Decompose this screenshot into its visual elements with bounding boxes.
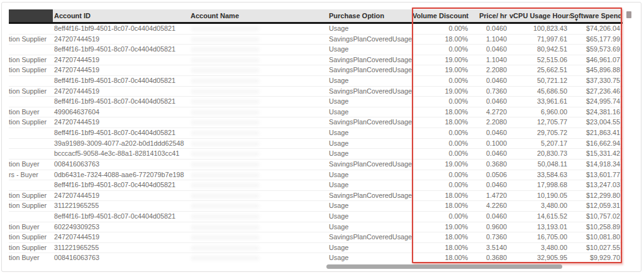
table-row[interactable]: 8eff4f16-1bf9-4501-8c07-0c4404d05821Usag…	[9, 24, 623, 35]
cell-seller: rs - Buyer	[9, 170, 53, 180]
cell-volume_discount: 19.00%	[413, 222, 470, 232]
cell-account_name	[189, 55, 328, 65]
table-row[interactable]: tion Supplier311221965255Usage18.00%4.22…	[9, 201, 623, 212]
table-row[interactable]: tion Supplier247207444519SavingsPlanCove…	[9, 87, 623, 97]
cell-vcpu_usage_hours: 13,193.01	[509, 222, 570, 232]
cell-price_hr: 0.1000	[470, 139, 509, 149]
cell-price_hr: 3.5140	[470, 243, 509, 253]
cell-account_id: 247207444519	[53, 117, 189, 128]
redacted-account-name	[191, 89, 260, 94]
cell-volume_discount: 18.00%	[413, 243, 470, 253]
cell-vcpu_usage_hours: 12,705.77	[509, 117, 570, 128]
cell-software_spend: $9,929.70	[570, 253, 623, 264]
cell-price_hr: 1.4720	[470, 191, 509, 201]
table-row[interactable]: 8eff4f16-1bf9-4501-8c07-0c4404d05821Usag…	[9, 128, 623, 139]
table-row[interactable]: tion Supplier247207444519SavingsPlanCove…	[9, 35, 623, 45]
cell-purchase_option: SavingsPlanCoveredUsage	[328, 117, 413, 128]
table-row[interactable]: 39a91989-3009-4077-a202-b0d1ddd62548Usag…	[9, 139, 623, 149]
cell-software_spend: $13,601.77	[570, 170, 623, 180]
cell-account_name	[189, 45, 328, 55]
redacted-account-name	[191, 193, 260, 198]
cell-seller	[9, 149, 53, 159]
column-header-software_spend[interactable]: Software Spend▼	[570, 9, 623, 22]
table-row[interactable]: tion Buyer499064637604Usage18.00%4.27206…	[9, 107, 623, 118]
column-header-purchase_option[interactable]: Purchase Option	[328, 9, 413, 22]
cell-vcpu_usage_hours: 50,721.12	[509, 76, 570, 86]
horizontal-scrollbar-thumb[interactable]	[326, 264, 562, 269]
cell-purchase_option: SavingsPlanCoveredUsage	[328, 35, 413, 45]
cell-purchase_option: Usage	[328, 107, 413, 117]
cell-seller: tion Supplier	[9, 201, 53, 211]
cell-vcpu_usage_hours: 50,048.11	[509, 160, 570, 170]
cell-vcpu_usage_hours: 3,480.00	[509, 243, 570, 253]
cell-volume_discount: 19.00%	[413, 160, 470, 170]
table-row[interactable]: tion Buyer008416063763Usage18.00%0.36803…	[9, 253, 623, 264]
cell-account_id: 8eff4f16-1bf9-4501-8c07-0c4404d05821	[53, 180, 189, 190]
cell-volume_discount: 19.00%	[413, 55, 470, 65]
column-header-account_name[interactable]: Account Name	[189, 9, 328, 22]
table-row[interactable]: 8eff4f16-1bf9-4501-8c07-0c4404d05821Usag…	[9, 97, 623, 107]
cell-price_hr: 2.2080	[470, 65, 509, 75]
table-row[interactable]: tion Buyer008416063763SavingsPlanCovered…	[9, 160, 623, 170]
redacted-account-name	[191, 141, 260, 146]
table-row[interactable]: 8eff4f16-1bf9-4501-8c07-0c4404d05821Usag…	[9, 45, 623, 55]
cell-purchase_option: Usage	[328, 149, 413, 159]
vertical-scrollbar-thumb[interactable]	[626, 11, 631, 18]
table-row[interactable]: 8eff4f16-1bf9-4501-8c07-0c4404d05821Usag…	[9, 212, 623, 222]
cell-account_name	[189, 87, 328, 97]
cell-seller: tion Buyer	[9, 160, 53, 170]
cell-account_name	[189, 232, 328, 242]
table-row[interactable]: tion Supplier247207444519SavingsPlanCove…	[9, 55, 623, 66]
column-header-price_hr[interactable]: Price/ hr	[470, 9, 509, 22]
cell-account_id: 247207444519	[53, 191, 189, 201]
redacted-account-name	[191, 79, 260, 84]
cell-seller	[9, 24, 53, 34]
cell-price_hr: 0.3680	[470, 253, 509, 264]
cell-price_hr: 0.7360	[470, 232, 509, 242]
cell-volume_discount: 18.00%	[413, 107, 470, 117]
table-row[interactable]: tion Supplier247207444519SavingsPlanCove…	[9, 65, 623, 76]
cell-purchase_option: Usage	[328, 222, 413, 232]
table-row[interactable]: 8eff4f16-1bf9-4501-8c07-0c4404d05821Usag…	[9, 76, 623, 87]
cell-account_name	[189, 201, 328, 211]
table-row[interactable]: bcccacf5-9058-4e3c-88a1-82814103cc41Usag…	[9, 149, 623, 160]
table-row[interactable]: tion Buyer602249309253Usage19.00%0.96001…	[9, 222, 623, 233]
table-row[interactable]: 8eff4f16-1bf9-4501-8c07-0c4404d05821Usag…	[9, 180, 623, 191]
table-body: 8eff4f16-1bf9-4501-8c07-0c4404d05821Usag…	[9, 24, 623, 264]
cell-account_id: 247207444519	[53, 87, 189, 97]
cell-purchase_option: SavingsPlanCoveredUsage	[328, 232, 413, 242]
table-row[interactable]: rs - Buyer0db6431e-7324-4088-aae6-772079…	[9, 170, 623, 181]
cell-purchase_option: Usage	[328, 76, 413, 86]
cell-vcpu_usage_hours: 29,705.72	[509, 128, 570, 138]
cell-seller: tion Buyer	[9, 253, 53, 264]
column-header-seller[interactable]	[9, 9, 53, 22]
column-header-vcpu_usage_hours[interactable]: vCPU Usage Hours	[509, 9, 570, 22]
sort-descending-icon: ▼	[574, 18, 579, 22]
cell-purchase_option: Usage	[328, 201, 413, 211]
cell-account_name	[189, 128, 328, 138]
cell-account_name	[189, 253, 328, 264]
table-row[interactable]: tion Supplier311221965255Usage18.00%3.51…	[9, 243, 623, 254]
cell-volume_discount: 0.00%	[413, 139, 470, 149]
table-row[interactable]: tion Supplier247207444519SavingsPlanCove…	[9, 117, 623, 128]
cell-software_spend: $10,081.80	[570, 232, 623, 242]
cell-vcpu_usage_hours: 80,942.51	[509, 45, 570, 55]
cell-software_spend: $23,004.55	[570, 117, 623, 128]
redacted-account-name	[191, 131, 260, 136]
cell-volume_discount: 0.00%	[413, 149, 470, 159]
cell-seller	[9, 76, 53, 86]
column-header-account_id[interactable]: Account ID	[53, 9, 189, 22]
cell-vcpu_usage_hours: 10,190.05	[509, 191, 570, 201]
cell-account_id: 311221965255	[53, 243, 189, 253]
cell-account_name	[189, 76, 328, 86]
table-row[interactable]: tion Supplier247207444519SavingsPlanCove…	[9, 191, 623, 202]
table-row[interactable]: tion Supplier247207444519SavingsPlanCove…	[9, 232, 623, 243]
column-header-volume_discount[interactable]: Volume Discount	[413, 9, 470, 22]
cell-account_id: 0db6431e-7324-4088-aae6-772079b7e198	[53, 170, 189, 180]
cell-seller: tion Supplier	[9, 191, 53, 201]
cell-vcpu_usage_hours: 45,686.50	[509, 87, 570, 97]
cell-seller	[9, 139, 53, 149]
cell-vcpu_usage_hours: 100,823.43	[509, 24, 570, 34]
cell-account_name	[189, 170, 328, 180]
cell-price_hr: 1.1040	[470, 35, 509, 45]
